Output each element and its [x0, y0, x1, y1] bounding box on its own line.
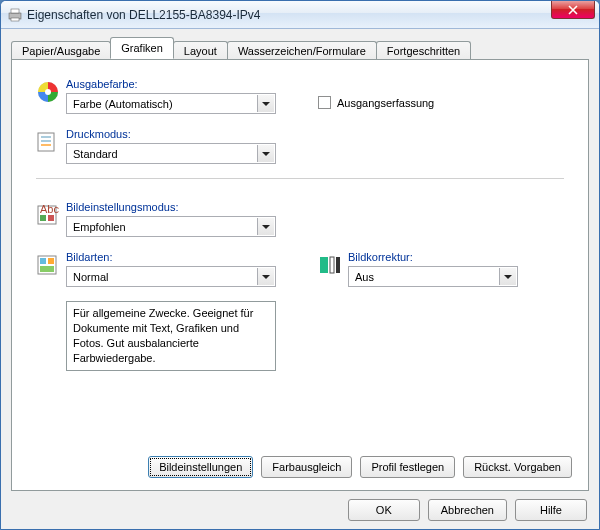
image-correction-label: Bildkorrektur: — [348, 251, 564, 263]
tab-watermark-forms[interactable]: Wasserzeichen/Formulare — [227, 41, 377, 60]
description-box: Für allgemeine Zwecke. Geeignet für Doku… — [66, 301, 276, 371]
output-color-value: Farbe (Automatisch) — [73, 98, 173, 110]
print-mode-icon — [36, 130, 60, 154]
image-types-icon — [36, 253, 60, 277]
svg-rect-1 — [11, 9, 19, 13]
reset-defaults-button[interactable]: Rückst. Vorgaben — [463, 456, 572, 478]
output-capture-checkbox[interactable] — [318, 96, 331, 109]
image-types-label: Bildarten: — [66, 251, 314, 263]
svg-rect-2 — [11, 18, 19, 21]
ok-button[interactable]: OK — [348, 499, 420, 521]
svg-rect-11 — [40, 215, 46, 221]
color-wheel-icon — [36, 80, 60, 104]
image-setting-mode-label: Bildeinstellungsmodus: — [66, 201, 314, 213]
titlebar: Eigenschaften von DELL2155-BA8394-IPv4 — [1, 1, 599, 29]
window-title: Eigenschaften von DELL2155-BA8394-IPv4 — [27, 8, 261, 22]
tabstrip: Papier/Ausgabe Grafiken Layout Wasserzei… — [11, 37, 589, 60]
color-balance-button[interactable]: Farbausgleich — [261, 456, 352, 478]
tab-layout[interactable]: Layout — [173, 41, 228, 60]
image-setting-mode-value: Empfohlen — [73, 221, 126, 233]
help-button[interactable]: Hilfe — [515, 499, 587, 521]
chevron-down-icon — [257, 95, 274, 112]
set-profile-button[interactable]: Profil festlegen — [360, 456, 455, 478]
image-setting-mode-icon: Abc — [36, 203, 60, 227]
output-capture-label: Ausgangserfassung — [337, 97, 434, 109]
svg-rect-14 — [40, 258, 46, 264]
tabpage-graphics: Ausgabefarbe: Farbe (Automatisch) Ausgan… — [11, 59, 589, 491]
inner-button-row: Bildeinstellungen Farbausgleich Profil f… — [148, 456, 572, 478]
print-mode-label: Druckmodus: — [66, 128, 314, 140]
svg-rect-17 — [320, 257, 328, 273]
image-settings-button[interactable]: Bildeinstellungen — [148, 456, 253, 478]
chevron-down-icon — [257, 218, 274, 235]
tab-paper-output[interactable]: Papier/Ausgabe — [11, 41, 111, 60]
output-color-label: Ausgabefarbe: — [66, 78, 314, 90]
client-area: Papier/Ausgabe Grafiken Layout Wasserzei… — [1, 29, 599, 529]
tab-graphics[interactable]: Grafiken — [110, 37, 174, 59]
svg-rect-7 — [41, 140, 51, 142]
output-color-combo[interactable]: Farbe (Automatisch) — [66, 93, 276, 114]
svg-rect-12 — [48, 215, 54, 221]
image-correction-icon — [318, 253, 342, 277]
properties-window: Eigenschaften von DELL2155-BA8394-IPv4 P… — [0, 0, 600, 530]
image-correction-value: Aus — [355, 271, 374, 283]
print-mode-combo[interactable]: Standard — [66, 143, 276, 164]
svg-rect-18 — [330, 257, 334, 273]
chevron-down-icon — [257, 268, 274, 285]
svg-rect-6 — [41, 136, 51, 138]
image-types-value: Normal — [73, 271, 108, 283]
svg-rect-19 — [336, 257, 340, 273]
tab-advanced[interactable]: Fortgeschritten — [376, 41, 471, 60]
printer-icon — [7, 7, 23, 23]
svg-text:Abc: Abc — [40, 203, 59, 215]
svg-rect-16 — [40, 266, 54, 272]
dialog-button-row: OK Abbrechen Hilfe — [11, 491, 589, 521]
image-types-combo[interactable]: Normal — [66, 266, 276, 287]
image-setting-mode-combo[interactable]: Empfohlen — [66, 216, 276, 237]
chevron-down-icon — [257, 145, 274, 162]
close-button[interactable] — [551, 1, 595, 19]
svg-rect-8 — [41, 144, 51, 146]
svg-rect-15 — [48, 258, 54, 264]
svg-point-4 — [45, 89, 51, 95]
print-mode-value: Standard — [73, 148, 118, 160]
cancel-button[interactable]: Abbrechen — [428, 499, 507, 521]
divider — [36, 178, 564, 179]
image-correction-combo[interactable]: Aus — [348, 266, 518, 287]
chevron-down-icon — [499, 268, 516, 285]
